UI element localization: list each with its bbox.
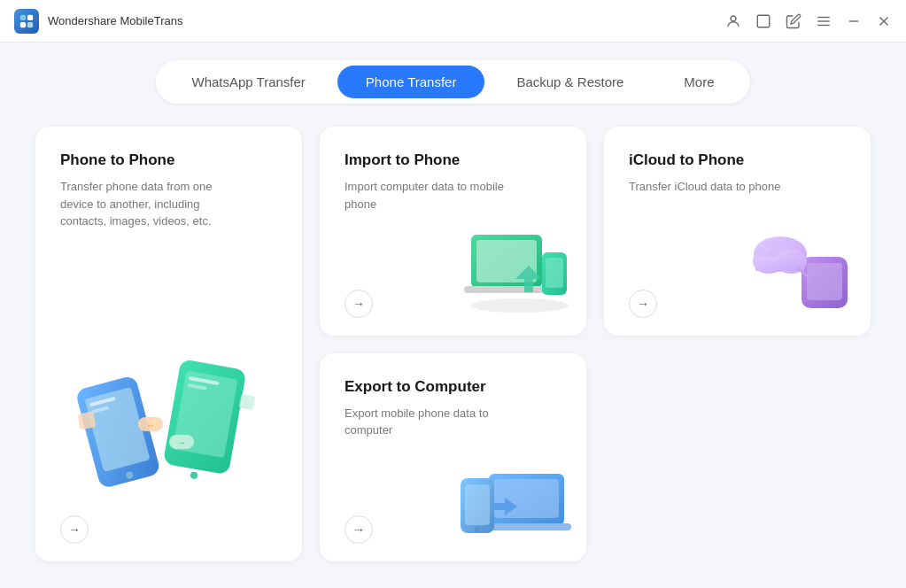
close-icon[interactable] <box>876 13 892 29</box>
card-phone-to-phone-desc: Transfer phone data from one device to a… <box>60 178 237 230</box>
card-icloud-desc: Transfer iCloud data to phone <box>629 178 806 196</box>
svg-rect-0 <box>20 14 26 19</box>
svg-rect-5 <box>757 15 770 27</box>
tab-more[interactable]: More <box>655 66 742 98</box>
svg-text:←: ← <box>146 420 155 429</box>
card-export-title: Export to Computer <box>345 378 561 396</box>
svg-rect-31 <box>464 286 549 293</box>
svg-text:→: → <box>177 437 186 447</box>
svg-rect-35 <box>807 263 842 300</box>
svg-rect-1 <box>27 14 33 19</box>
svg-point-36 <box>822 302 827 307</box>
menu-icon[interactable] <box>816 13 832 29</box>
card-import-arrow[interactable]: → <box>345 290 373 318</box>
window-controls <box>725 13 892 29</box>
svg-rect-45 <box>465 484 490 525</box>
icloud-illustration <box>738 217 862 318</box>
card-phone-to-phone[interactable]: Phone to Phone Transfer phone data from … <box>35 127 302 561</box>
phone-to-phone-illustration: ← → <box>60 230 277 516</box>
window-icon[interactable] <box>755 13 771 29</box>
svg-point-28 <box>471 298 569 313</box>
minimize-icon[interactable] <box>846 13 862 29</box>
svg-point-4 <box>731 16 736 21</box>
person-icon[interactable] <box>725 13 741 29</box>
app-logo <box>14 9 39 34</box>
svg-rect-2 <box>20 21 26 27</box>
card-icloud-title: iCloud to Phone <box>629 151 846 169</box>
titlebar: Wondershare MobileTrans <box>0 0 906 43</box>
tab-backup[interactable]: Backup & Restore <box>488 66 652 98</box>
card-export-arrow[interactable]: → <box>345 515 373 544</box>
nav-bar: WhatsApp Transfer Phone Transfer Backup … <box>0 43 906 118</box>
card-icloud-to-phone[interactable]: iCloud to Phone Transfer iCloud data to … <box>604 127 871 336</box>
tab-whatsapp[interactable]: WhatsApp Transfer <box>163 66 333 98</box>
import-illustration <box>453 217 577 318</box>
card-import-title: Import to Phone <box>345 151 561 169</box>
card-import-desc: Import computer data to mobile phone <box>345 178 522 213</box>
card-phone-to-phone-arrow[interactable]: → <box>60 515 89 544</box>
card-phone-to-phone-title: Phone to Phone <box>60 151 277 169</box>
app-title: Wondershare MobileTrans <box>48 14 725 27</box>
svg-rect-33 <box>546 258 563 288</box>
svg-point-46 <box>475 527 480 532</box>
card-icloud-arrow[interactable]: → <box>629 290 657 318</box>
edit-icon[interactable] <box>786 13 801 29</box>
svg-rect-43 <box>482 523 571 530</box>
export-illustration <box>453 443 577 544</box>
svg-rect-27 <box>238 394 255 411</box>
main-content: WhatsApp Transfer Phone Transfer Backup … <box>0 43 906 588</box>
tab-phone[interactable]: Phone Transfer <box>337 66 485 98</box>
card-export-to-computer[interactable]: Export to Computer Export mobile phone d… <box>320 353 586 562</box>
svg-rect-42 <box>494 479 559 518</box>
svg-rect-3 <box>27 21 33 27</box>
nav-tabs: WhatsApp Transfer Phone Transfer Backup … <box>156 60 749 104</box>
card-import-to-phone[interactable]: Import to Phone Import computer data to … <box>320 127 586 336</box>
card-export-desc: Export mobile phone data to computer <box>345 405 522 439</box>
svg-rect-26 <box>77 412 96 430</box>
cards-grid: Phone to Phone Transfer phone data from … <box>0 118 906 588</box>
svg-point-19 <box>190 471 197 479</box>
